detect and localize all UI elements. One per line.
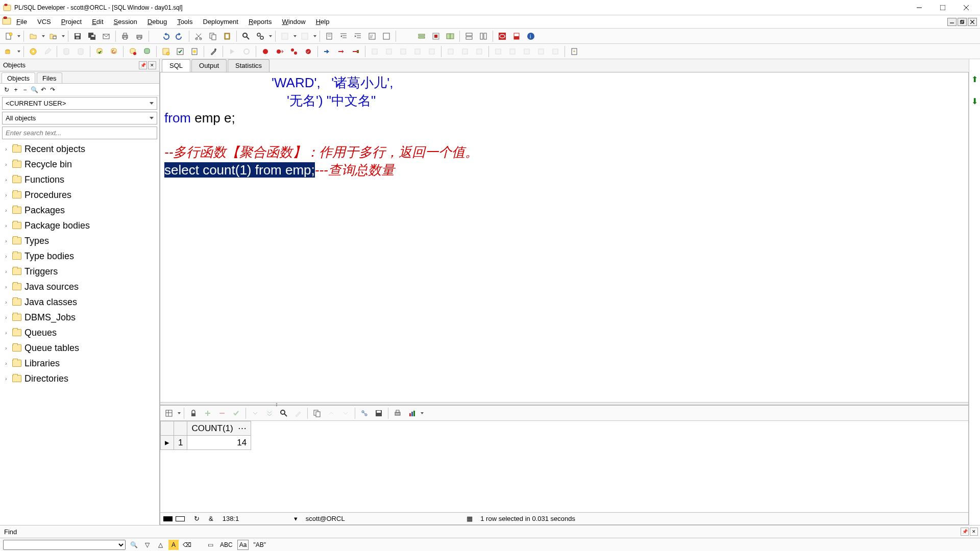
conn-dropdown-icon[interactable]: ▾ [294,515,298,522]
commit-button[interactable] [93,45,106,58]
debug-pause-button[interactable] [240,45,253,58]
chart-button[interactable] [405,407,419,420]
cut-button[interactable] [192,30,205,43]
find-combo[interactable] [3,540,126,550]
user-combo[interactable]: <CURRENT USER> [2,97,157,110]
find-word-icon[interactable]: Aa [237,540,249,550]
pencil-button[interactable] [41,45,54,58]
menu-reports[interactable]: Reports [243,17,277,27]
refresh-icon[interactable]: ↻ [3,86,10,93]
nav-down-icon[interactable]: ⬇ [971,96,978,106]
menu-help[interactable]: Help [311,17,335,27]
breakpoint-check-button[interactable] [302,45,315,58]
grp8-button[interactable] [549,45,562,58]
chart-dropdown[interactable] [420,412,424,414]
stop-button[interactable] [429,30,443,43]
link-button[interactable] [358,407,371,420]
window-close-button[interactable] [954,0,978,15]
subtab-files[interactable]: Files [37,72,62,83]
export-button[interactable] [568,45,581,58]
db1-button[interactable] [60,45,73,58]
find-close-button[interactable]: ✕ [970,528,978,536]
beautify-button[interactable] [323,30,336,43]
grp5-button[interactable] [506,45,519,58]
save-all-button[interactable] [85,30,99,43]
explain-plan-button[interactable] [188,45,201,58]
break-button[interactable] [126,45,139,58]
step-over-button[interactable] [321,45,334,58]
copy-button[interactable] [206,30,219,43]
about-button[interactable]: i [524,30,537,43]
post-button[interactable] [230,407,243,420]
new-dropdown[interactable] [16,35,21,37]
window-minimize-button[interactable] [908,0,931,15]
comment-button[interactable]: // [365,30,379,43]
open-project-dropdown[interactable] [61,35,65,37]
logon-dropdown[interactable] [16,51,21,53]
find-dropdown[interactable] [268,35,273,37]
run-gear-button[interactable] [27,45,40,58]
editor-result-splitter[interactable] [160,402,968,405]
edit-cell-button[interactable] [291,407,305,420]
tool-a-button[interactable] [278,30,291,43]
object-tree[interactable]: ›Recent objects ›Recycle bin ›Functions … [0,140,159,525]
uncomment-button[interactable] [380,30,393,43]
sort-asc-button[interactable] [325,407,338,420]
find-clear-icon[interactable]: ⌫ [182,540,192,550]
oracle-button[interactable] [496,30,509,43]
find-regex-icon[interactable]: "AB" [252,540,267,550]
tile-h-button[interactable] [462,30,476,43]
menu-project[interactable]: Project [56,17,87,27]
print-button[interactable] [118,30,132,43]
rollback-button[interactable] [107,45,120,58]
col-header[interactable]: COUNT(1) ⋯ [187,421,251,436]
nav-up-icon[interactable]: ⬆ [971,74,978,84]
dbg2-button[interactable] [382,45,396,58]
pdf-button[interactable] [510,30,523,43]
grp7-button[interactable] [534,45,548,58]
filter-combo[interactable]: All objects [2,112,157,124]
refresh-status-icon[interactable]: ↻ [194,515,200,522]
tool-b-button[interactable] [298,30,311,43]
dbg5-button[interactable] [425,45,438,58]
tool-a-dropdown[interactable] [292,35,297,37]
tab-sql[interactable]: SQL [162,59,190,72]
menu-tools[interactable]: Tools [172,17,198,27]
grp6-button[interactable] [520,45,533,58]
mdi-minimize-button[interactable] [947,18,957,26]
breakpoint-list-button[interactable] [287,45,301,58]
print-setup-button[interactable] [133,30,146,43]
menu-session[interactable]: Session [109,17,142,27]
breakpoint-arrow-button[interactable] [273,45,286,58]
new-button[interactable] [2,30,15,43]
preferences-button[interactable] [207,45,220,58]
find-down-icon[interactable]: ▽ [142,540,152,550]
save-grid-button[interactable] [372,407,385,420]
print-grid-button[interactable] [391,407,404,420]
tab-statistics[interactable]: Statistics [228,59,270,72]
fetch-all-button[interactable] [263,407,276,420]
find-pin-button[interactable]: 📌 [961,528,969,536]
left-icon[interactable]: ↶ [40,86,47,93]
cell-value[interactable]: 14 [187,436,251,450]
sql-editor[interactable]: 'WARD', '诸葛小儿', '无名') "中文名" from emp e; … [160,72,968,402]
menu-debug[interactable]: Debug [142,17,172,27]
compose-button[interactable] [100,30,113,43]
grid-view-button[interactable] [162,407,176,420]
window-maximize-button[interactable] [931,0,954,15]
save-button[interactable] [71,30,84,43]
subtab-objects[interactable]: Objects [2,72,35,83]
find-up-icon[interactable]: △ [155,540,165,550]
dbg4-button[interactable] [411,45,424,58]
execute-button[interactable] [415,30,428,43]
grp4-button[interactable] [492,45,505,58]
find-in-grid-button[interactable] [277,407,290,420]
find-highlight-icon[interactable]: A [168,540,179,550]
paste-button[interactable] [220,30,234,43]
find-case-icon[interactable]: ABC [218,540,234,550]
indent-button[interactable] [337,30,350,43]
debug-start-button[interactable] [226,45,239,58]
step-into-button[interactable] [335,45,348,58]
sort-desc-button[interactable] [339,407,352,420]
toggle-breakpoint-button[interactable] [259,45,272,58]
